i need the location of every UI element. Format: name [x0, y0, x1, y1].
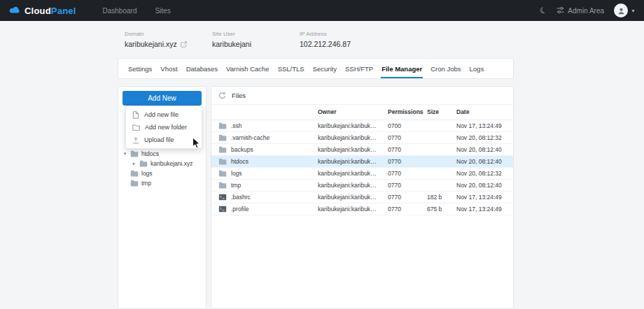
file-permissions: 0770 — [384, 167, 423, 179]
brand-name: CloudPanel — [24, 6, 76, 16]
files-title: Files — [232, 92, 246, 99]
tab-logs[interactable]: Logs — [465, 59, 489, 78]
file-size — [423, 143, 452, 155]
file-date: Nov 20, 08:12:40 — [452, 155, 513, 167]
nav-sites[interactable]: Sites — [155, 7, 170, 15]
file-date: Nov 20, 08:12:40 — [452, 143, 513, 155]
external-link-icon[interactable] — [181, 41, 187, 48]
file-date: Nov 20, 08:12:32 — [452, 167, 513, 179]
cloudpanel-app: CloudPanel DashboardSites ☾ Admin Area ▼… — [0, 0, 644, 309]
site-user-block: Site User karibukejani — [212, 31, 300, 48]
menu-item-label: Upload file — [144, 136, 174, 143]
file-name: .varnish-cache — [231, 134, 270, 141]
file-owner: karibukejani:karibukejani — [314, 179, 384, 191]
file-icon — [218, 206, 227, 213]
tree-item-karibukejani-xyz[interactable]: ▸ karibukejani.xyz — [122, 159, 202, 168]
folder-icon — [218, 146, 227, 153]
file-size — [423, 179, 452, 191]
site-user-value: karibukejani — [212, 40, 251, 48]
tab-databases[interactable]: Databases — [182, 59, 222, 78]
tree-item-logs[interactable]: logs — [122, 168, 202, 178]
topbar-right: ☾ Admin Area ▼ — [540, 3, 636, 17]
refresh-icon[interactable] — [218, 92, 226, 99]
ip-block: IP Address 102.212.246.87 — [300, 31, 387, 48]
tab-ssh-ftp[interactable]: SSH/FTP — [341, 59, 377, 78]
file-row-bashrc[interactable]: .bashrc karibukejani:karibukejani 0770 1… — [211, 191, 513, 203]
file-size — [423, 167, 452, 179]
dark-mode-toggle-icon[interactable]: ☾ — [538, 6, 548, 16]
file-row-htdocs[interactable]: htdocs karibukejani:karibukejani 0770 No… — [211, 155, 513, 167]
tree-item-tmp[interactable]: tmp — [122, 178, 202, 188]
tab-label: File Manager — [382, 65, 422, 73]
top-nav: DashboardSites — [103, 7, 171, 15]
folder-icon — [218, 170, 227, 177]
domain-label: Domain — [125, 31, 212, 37]
brand-logo[interactable]: CloudPanel — [8, 4, 76, 17]
site-user-label: Site User — [212, 31, 300, 37]
file-permissions: 0770 — [384, 191, 423, 203]
ip-label: IP Address — [300, 31, 387, 37]
file-permissions: 0770 — [384, 203, 423, 215]
file-permissions: 0770 — [384, 155, 423, 167]
file-row-logs[interactable]: logs karibukejani:karibukejani 0770 Nov … — [211, 167, 513, 179]
tab-file-manager[interactable]: File Manager — [377, 59, 426, 78]
tab-vhost[interactable]: Vhost — [156, 59, 181, 78]
file-date: Nov 20, 08:12:40 — [452, 179, 513, 191]
menu-item-upload-file[interactable]: Upload file — [126, 134, 202, 146]
tab-security[interactable]: Security — [309, 59, 341, 78]
admin-area-button[interactable]: Admin Area — [556, 6, 604, 15]
file-row-tmp[interactable]: tmp karibukejani:karibukejani 0770 Nov 2… — [211, 179, 513, 191]
files-panel-header: Files — [211, 87, 513, 105]
menu-item-add-new-file[interactable]: Add new file — [126, 108, 202, 121]
main-row: Add New Add new file Add new folder Uplo… — [118, 86, 514, 309]
folder-icon — [130, 180, 139, 187]
tab-ssl-tls[interactable]: SSL/TLS — [274, 59, 309, 78]
file-plus-icon — [132, 111, 139, 119]
nav-dashboard[interactable]: Dashboard — [103, 7, 137, 15]
tab-label: Settings — [128, 65, 152, 73]
tab-label: Varnish Cache — [226, 65, 270, 73]
tab-label: Logs — [470, 65, 484, 73]
tab-varnish-cache[interactable]: Varnish Cache — [222, 59, 274, 78]
avatar — [614, 3, 628, 17]
file-owner: karibukejani:karibukejani — [314, 131, 384, 143]
site-info: Domain karibukejani.xyz Site User karibu… — [118, 21, 514, 48]
file-date: Nov 17, 13:24:49 — [452, 191, 513, 203]
file-size: 675 b — [423, 203, 452, 215]
file-icon — [218, 194, 227, 201]
file-row-profile[interactable]: .profile karibukejani:karibukejani 0770 … — [211, 203, 513, 215]
add-new-button[interactable]: Add New — [122, 91, 202, 106]
file-row-ssh[interactable]: .ssh karibukejani:karibukejani 0700 Nov … — [211, 120, 513, 131]
menu-item-add-new-folder[interactable]: Add new folder — [126, 121, 202, 134]
tab-cron-jobs[interactable]: Cron Jobs — [426, 59, 465, 78]
file-row-varnish-cache[interactable]: .varnish-cache karibukejani:karibukejani… — [211, 131, 513, 143]
file-permissions: 0770 — [384, 179, 423, 191]
file-size: 182 b — [423, 191, 452, 203]
file-size — [423, 120, 452, 131]
file-owner: karibukejani:karibukejani — [314, 155, 384, 167]
files-table: OwnerPermissionsSizeDate .ssh karibukeja… — [211, 105, 513, 215]
chevron-down-icon: ▾ — [122, 151, 127, 157]
folder-icon — [139, 160, 148, 167]
sliders-icon — [556, 6, 564, 15]
file-permissions: 0700 — [384, 120, 423, 131]
topbar: CloudPanel DashboardSites ☾ Admin Area ▼ — [0, 0, 644, 21]
file-row-backups[interactable]: backups karibukejani:karibukejani 0770 N… — [211, 143, 513, 155]
file-permissions: 0770 — [384, 143, 423, 155]
column-date: Date — [452, 105, 513, 120]
folder-icon — [218, 182, 227, 189]
file-name: backups — [231, 146, 253, 153]
user-menu[interactable]: ▼ — [614, 3, 636, 17]
domain-block: Domain karibukejani.xyz — [125, 31, 212, 48]
tab-label: Vhost — [160, 65, 177, 73]
file-permissions: 0770 — [384, 131, 423, 143]
file-tree: ▾ htdocs ▸ karibukejani.xyz logs tmp — [122, 149, 202, 188]
add-new-dropdown: Add new file Add new folder Upload file — [125, 106, 202, 149]
folder-icon — [130, 150, 139, 157]
folder-plus-icon — [132, 124, 140, 131]
domain-value: karibukejani.xyz — [125, 40, 177, 48]
column-size: Size — [423, 105, 452, 120]
file-name: .profile — [231, 206, 249, 213]
tab-settings[interactable]: Settings — [124, 59, 156, 78]
tree-item-htdocs[interactable]: ▾ htdocs — [122, 149, 202, 159]
